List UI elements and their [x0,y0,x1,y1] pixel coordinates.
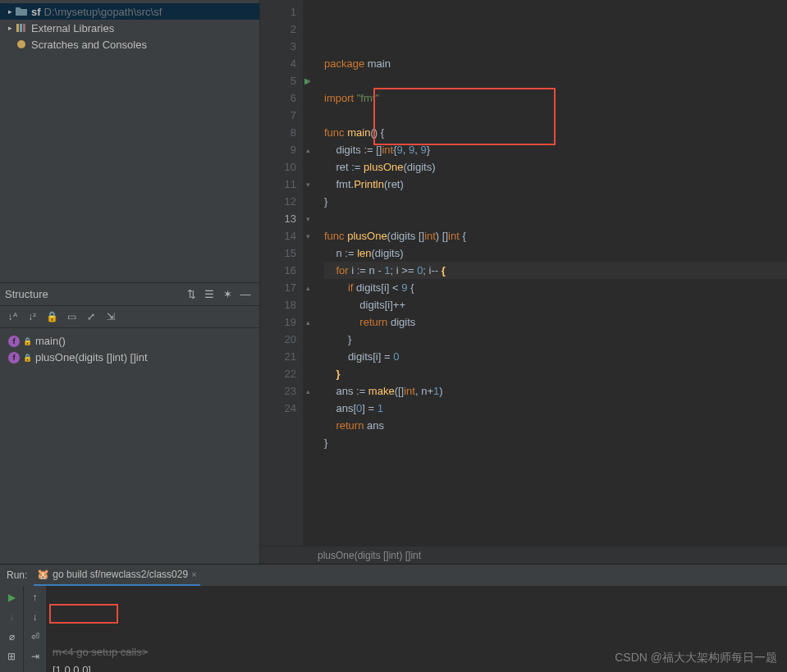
up-icon[interactable]: ↑ [27,589,43,606]
function-badge-icon: f [8,336,20,347]
wrap-icon[interactable]: ⏎ [27,629,43,645]
lock-icon: 🔒 [23,337,32,345]
lock-icon[interactable]: 🔒 [44,309,59,324]
hide-icon[interactable]: — [236,285,254,303]
expand-icon[interactable]: ▸ [5,24,15,32]
function-badge-icon: f [8,352,20,363]
structure-title: Structure [5,288,182,300]
run-config-tab[interactable]: 🐹 go build sf/newclass2/class029 × [34,565,199,586]
structure-toolbar: ↓ᴬ ↓ᶻ 🔒 ▭ ⤢ ⇲ [0,305,259,328]
scroll-icon[interactable]: ⇥ [27,648,43,665]
filter-icon[interactable]: ☰ [200,285,218,303]
pin-icon[interactable]: ⌀ [3,629,20,645]
project-path: D:\mysetup\gopath\src\sf [44,6,162,18]
run-toolbar-left2: ↑ ↓ ⏎ ⇥ [23,586,46,672]
run-icon[interactable]: ▶ [3,589,20,606]
folder-icon[interactable]: ▭ [64,309,79,324]
structure-header: Structure ⇅ ☰ ✶ — [0,282,259,305]
breadcrumb[interactable]: plusOne(digits []int) []int [260,546,787,564]
settings-icon[interactable]: ✶ [218,285,236,303]
close-tab-icon[interactable]: × [191,569,196,579]
run-panel: Run: 🐹 go build sf/newclass2/class029 × … [0,564,787,672]
project-name: sf [31,6,41,18]
layout-icon[interactable]: ⊞ [3,648,20,665]
structure-list: f 🔒 main() f 🔒 plusOne(digits []int) []i… [0,328,259,565]
scratch-icon [15,38,28,51]
sort-vis-icon[interactable]: ↓ᶻ [25,309,39,324]
expand-all-icon[interactable]: ⤢ [84,309,98,324]
svg-rect-1 [20,24,22,32]
lock-icon: 🔒 [23,354,32,362]
code-editor: 123456789101112131415161718192021222324 … [260,0,787,564]
line-gutter[interactable]: 123456789101112131415161718192021222324 [260,0,303,546]
sort-alpha-icon[interactable]: ↓ᴬ [5,309,20,324]
svg-rect-2 [23,24,25,32]
svg-rect-0 [16,24,19,32]
project-root[interactable]: ▸ sf D:\mysetup\gopath\src\sf [0,3,259,20]
tree-spacer [0,56,259,282]
svg-point-3 [17,40,25,48]
structure-func-plusone[interactable]: f 🔒 plusOne(digits []int) []int [0,350,259,366]
external-libraries[interactable]: ▸ External Libraries [0,20,259,36]
code-body[interactable]: package mainimport "fmt"func main() { di… [303,0,787,546]
console-output[interactable]: m<4 go setup calls>[1 0 0 0] Process fin… [46,586,787,672]
go-icon: 🐹 [37,569,49,580]
scratches-consoles[interactable]: Scratches and Consoles [0,36,259,53]
sort-icon[interactable]: ⇅ [182,285,200,303]
run-label: Run: [7,569,27,581]
expand-icon[interactable]: ▸ [5,7,15,16]
project-tree: ▸ sf D:\mysetup\gopath\src\sf ▸ External… [0,0,259,56]
highlight-box-output [49,604,118,624]
stop-icon[interactable]: ↓ [3,609,20,625]
structure-func-main[interactable]: f 🔒 main() [0,333,259,350]
down-icon[interactable]: ↓ [27,609,43,625]
library-icon [15,21,28,34]
run-toolbar-left: ▶ ↓ ⌀ ⊞ [0,586,23,672]
collapse-all-icon[interactable]: ⇲ [103,309,118,324]
folder-icon [15,5,28,18]
